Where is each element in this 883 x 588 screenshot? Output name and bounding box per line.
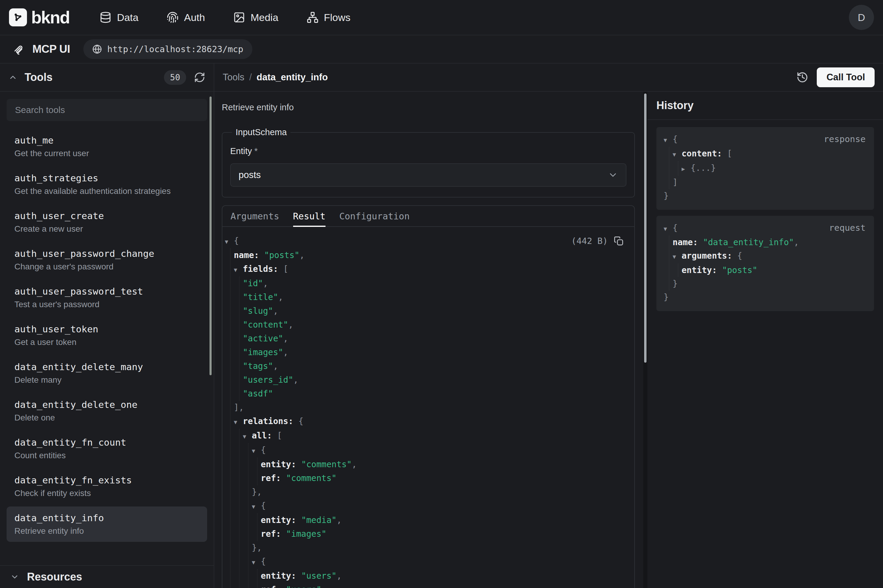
json-line: "active", (243, 332, 624, 345)
image-icon (233, 11, 245, 23)
collapse-toggle-icon[interactable]: ▼ (252, 500, 261, 513)
nav-item-auth[interactable]: Auth (166, 11, 205, 23)
expand-toggle-icon[interactable]: ▶ (682, 162, 691, 176)
json-line: ▼{ (252, 499, 624, 513)
breadcrumb-section[interactable]: Tools (223, 72, 244, 83)
tool-description: Get the current user (14, 148, 199, 158)
json-punct: , (337, 571, 342, 581)
json-line: entity: "posts" (682, 263, 866, 277)
nav-item-data[interactable]: Data (99, 11, 138, 23)
tool-list-item[interactable]: data_entity_delete_manyDelete many (7, 356, 207, 391)
result-size-label: (442 B) (571, 234, 608, 248)
tool-name: data_entity_delete_many (14, 362, 199, 372)
tab-result[interactable]: Result (293, 206, 325, 226)
collapse-toggle-icon[interactable]: ▼ (664, 222, 673, 236)
tool-list-item[interactable]: auth_user_createCreate a new user (7, 204, 207, 240)
json-key: content: (682, 148, 722, 159)
json-line: } (673, 277, 866, 290)
breadcrumb-separator: / (249, 72, 252, 83)
main-scrollbar[interactable] (644, 93, 646, 363)
history-icon[interactable] (796, 71, 808, 83)
entity-select[interactable]: posts (230, 164, 627, 187)
json-punct: { (298, 416, 303, 426)
tool-list-item[interactable]: auth_meGet the current user (7, 129, 207, 164)
mcp-url-pill[interactable]: http://localhost:28623/mcp (83, 39, 252, 59)
tool-list-item[interactable]: auth_user_password_testTest a user's pas… (7, 280, 207, 315)
brand-name: bknd (31, 8, 69, 27)
json-string: "data_entity_info" (703, 237, 794, 247)
json-string: "slug" (243, 306, 273, 316)
json-string: "comments" (286, 473, 337, 483)
json-string: "images" (286, 529, 327, 539)
json-punct: { (673, 134, 678, 144)
json-line: ] (673, 176, 866, 189)
call-tool-button[interactable]: Call Tool (817, 68, 875, 87)
user-avatar[interactable]: D (849, 5, 874, 30)
sidebar-scrollbar[interactable] (210, 96, 211, 375)
history-card-type-label: request (829, 221, 866, 235)
resources-section-header[interactable]: Resources (0, 565, 214, 588)
tool-list-item[interactable]: data_entity_infoRetrieve entity info (7, 507, 207, 542)
json-punct (296, 571, 301, 581)
tool-description: Check if entity exists (14, 489, 199, 498)
refresh-icon[interactable] (194, 72, 205, 83)
tab-configuration[interactable]: Configuration (339, 206, 410, 226)
tool-list-item[interactable]: auth_strategiesGet the available authent… (7, 166, 207, 202)
collapse-toggle-icon[interactable]: ▼ (673, 148, 682, 161)
json-key: name: (234, 250, 259, 260)
json-punct: , (263, 278, 268, 288)
collapse-toggle-icon[interactable]: ▼ (225, 235, 234, 249)
brand-logo[interactable]: bknd (9, 8, 69, 27)
search-input[interactable] (7, 99, 207, 121)
history-header: History (648, 92, 883, 120)
nav-item-media[interactable]: Media (233, 11, 279, 23)
tools-count-badge: 50 (164, 70, 186, 85)
history-card-request[interactable]: request▼{name: "data_entity_info",▼argum… (657, 216, 874, 311)
nav-item-label: Media (250, 12, 279, 23)
collapse-toggle-icon[interactable]: ▼ (243, 429, 252, 443)
tool-detail-area: Retrieve entity info InputSchema Entity … (214, 92, 643, 588)
tool-description: Get a user token (14, 338, 199, 347)
tool-list-item[interactable]: auth_user_password_changeChange a user's… (7, 242, 207, 278)
nav-item-label: Flows (324, 12, 351, 23)
copy-icon[interactable] (614, 236, 624, 246)
history-card-response[interactable]: response▼{▼content: [▶{...}]} (657, 127, 874, 210)
tool-list-item[interactable]: auth_user_tokenGet a user token (7, 318, 207, 353)
collapse-toggle-icon[interactable]: ▼ (252, 444, 261, 458)
json-string: "asdf" (243, 389, 273, 399)
json-punct: }, (252, 543, 262, 553)
json-key: relations: (243, 416, 294, 426)
chevron-down-icon (10, 572, 19, 581)
tool-list-item[interactable]: data_entity_fn_existsCheck if entity exi… (7, 469, 207, 504)
tool-name: data_entity_fn_exists (14, 475, 199, 486)
json-punct: {...} (691, 163, 716, 173)
tools-section-title: Tools (25, 71, 52, 84)
entity-field-label: Entity * (230, 146, 627, 156)
tool-name: auth_user_password_change (14, 248, 199, 259)
nav-item-flows[interactable]: Flows (307, 11, 351, 23)
json-punct: { (261, 501, 266, 511)
json-line: entity: "comments", (261, 458, 624, 471)
result-tabs: ArgumentsResultConfiguration (222, 206, 634, 227)
json-punct (278, 264, 283, 274)
tool-list-item[interactable]: data_entity_fn_countCount entities (7, 431, 207, 466)
nav-item-label: Data (117, 12, 138, 23)
tool-list-item[interactable]: data_entity_delete_oneDelete one (7, 393, 207, 429)
json-line: ref: "users" (261, 583, 624, 588)
json-string: "content" (243, 320, 288, 330)
collapse-toggle-icon[interactable]: ▼ (234, 263, 243, 277)
collapse-toggle-icon[interactable]: ▼ (234, 415, 243, 429)
tool-description: Delete one (14, 413, 199, 423)
json-line: ▼fields: [ (234, 262, 624, 277)
json-punct (272, 430, 277, 441)
json-block: entity: "users",ref: "users" (257, 569, 624, 588)
main-history-divider (643, 92, 648, 588)
json-line: ref: "comments" (261, 471, 624, 485)
collapse-toggle-icon[interactable]: ▼ (664, 134, 673, 147)
fingerprint-icon (166, 11, 178, 23)
tools-section-header[interactable]: Tools 50 (0, 63, 214, 92)
tab-arguments[interactable]: Arguments (231, 206, 279, 226)
json-punct: [ (727, 148, 732, 159)
collapse-toggle-icon[interactable]: ▼ (673, 250, 682, 263)
collapse-toggle-icon[interactable]: ▼ (252, 555, 261, 569)
